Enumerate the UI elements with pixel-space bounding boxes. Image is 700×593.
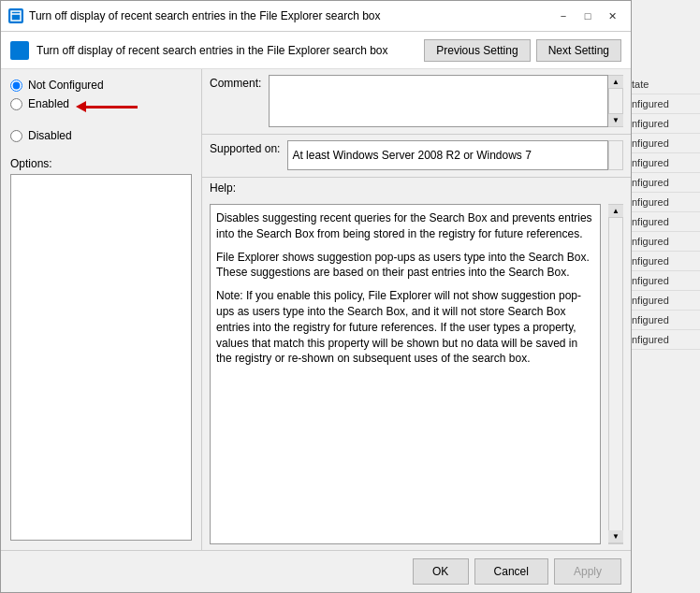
policy-icon	[10, 41, 29, 60]
bg-panel-item: tate	[626, 75, 700, 94]
next-setting-button[interactable]: Next Setting	[536, 39, 621, 62]
radio-group: Not Configured Enabled Disabled	[10, 79, 192, 142]
supported-label: Supported on:	[210, 140, 280, 155]
help-section: Disables suggesting recent queries for t…	[202, 198, 631, 550]
help-section-header: Help:	[202, 178, 243, 198]
enabled-label: Enabled	[28, 97, 69, 110]
enabled-option[interactable]: Enabled	[10, 97, 69, 110]
maximize-button[interactable]: □	[576, 7, 599, 25]
bg-panel-item: nfigured	[626, 94, 700, 114]
arrow-annotation	[76, 101, 138, 112]
scroll-up-arrow[interactable]: ▲	[608, 76, 623, 89]
dialog-icon	[8, 8, 23, 23]
previous-setting-button[interactable]: Previous Setting	[424, 39, 530, 62]
supported-scrollbar	[608, 140, 623, 170]
content-area: Not Configured Enabled Disabled	[1, 69, 631, 550]
title-bar: Turn off display of recent search entrie…	[1, 1, 631, 32]
help-scrollbar: ▲ ▼	[608, 204, 623, 544]
left-panel: Not Configured Enabled Disabled	[1, 69, 202, 550]
cancel-button[interactable]: Cancel	[474, 558, 548, 585]
scroll-track	[609, 89, 622, 113]
help-scroll-track	[609, 218, 622, 530]
supported-section: Supported on: At least Windows Server 20…	[202, 135, 631, 178]
help-content: Disables suggesting recent queries for t…	[210, 204, 601, 544]
apply-button[interactable]: Apply	[554, 558, 621, 585]
bg-panel-item: nfigured	[626, 330, 700, 350]
help-scroll-up[interactable]: ▲	[608, 205, 623, 218]
sections-row: Help:	[202, 178, 631, 198]
options-label: Options:	[10, 157, 192, 170]
options-area: Options:	[10, 157, 192, 541]
right-panel: Comment: ▲ ▼ Supported on: At least Wind…	[202, 69, 631, 550]
bg-panel-item: nfigured	[626, 134, 700, 153]
not-configured-option[interactable]: Not Configured	[10, 79, 192, 92]
comment-input[interactable]	[269, 75, 608, 127]
main-dialog: Turn off display of recent search entrie…	[0, 0, 632, 593]
bg-panel-item: nfigured	[626, 291, 700, 311]
bg-panel-item: nfigured	[626, 173, 700, 193]
enabled-row: Enabled	[10, 97, 192, 120]
bg-panel-item: nfigured	[626, 212, 700, 232]
help-scroll-down[interactable]: ▼	[608, 530, 623, 543]
scroll-down-arrow[interactable]: ▼	[608, 113, 623, 126]
background-panel: tate nfigured nfigured nfigured nfigured…	[625, 0, 700, 593]
policy-title: Turn off display of recent search entrie…	[36, 44, 416, 57]
bg-panel-item: nfigured	[626, 311, 700, 330]
options-box	[10, 174, 192, 541]
ok-button[interactable]: OK	[413, 558, 469, 585]
arrow-shaft	[86, 106, 138, 108]
disabled-label: Disabled	[28, 129, 72, 142]
comment-scrollbar: ▲ ▼	[608, 75, 623, 127]
bg-panel-item: nfigured	[626, 232, 700, 252]
help-p1: Disables suggesting recent queries for t…	[216, 210, 594, 242]
title-controls: − □ ✕	[552, 7, 623, 25]
help-p2: File Explorer shows suggestion pop-ups a…	[216, 250, 594, 282]
bg-panel-item: nfigured	[626, 153, 700, 173]
close-button[interactable]: ✕	[601, 7, 623, 25]
not-configured-label: Not Configured	[28, 79, 104, 92]
bg-panel-item: nfigured	[626, 193, 700, 212]
bg-panel-item: nfigured	[626, 252, 700, 271]
comment-label: Comment:	[210, 75, 261, 90]
bottom-bar: OK Cancel Apply	[1, 550, 631, 592]
help-p3: Note: If you enable this policy, File Ex…	[216, 288, 594, 367]
minimize-button[interactable]: −	[552, 7, 575, 25]
supported-value: At least Windows Server 2008 R2 or Windo…	[287, 140, 608, 170]
disabled-option[interactable]: Disabled	[10, 129, 192, 142]
header-buttons: Previous Setting Next Setting	[424, 39, 621, 62]
arrow-head	[76, 101, 86, 112]
supported-text: At least Windows Server 2008 R2 or Windo…	[292, 149, 531, 162]
comment-section: Comment: ▲ ▼	[202, 69, 631, 135]
bg-panel-items: tate nfigured nfigured nfigured nfigured…	[626, 75, 700, 350]
disabled-radio[interactable]	[10, 130, 22, 142]
title-bar-text: Turn off display of recent search entrie…	[29, 9, 547, 22]
svg-rect-0	[11, 11, 21, 21]
enabled-radio[interactable]	[10, 98, 22, 110]
bg-panel-item: nfigured	[626, 114, 700, 134]
header-row: Turn off display of recent search entrie…	[1, 32, 631, 69]
not-configured-radio[interactable]	[10, 80, 22, 92]
bg-panel-item: nfigured	[626, 271, 700, 291]
